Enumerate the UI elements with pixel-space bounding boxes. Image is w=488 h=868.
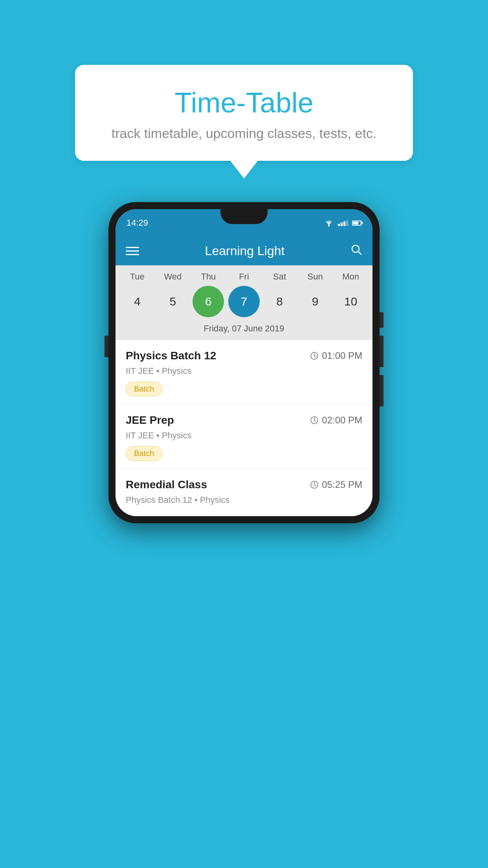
class-3-name: Remedial Class (126, 478, 207, 491)
status-bar: 14:29 (116, 209, 372, 237)
class-2-name: JEE Prep (126, 414, 174, 427)
day-6-today[interactable]: 6 (193, 286, 224, 317)
day-5[interactable]: 5 (157, 286, 189, 317)
svg-line-8 (314, 420, 316, 421)
selected-date-label: Friday, 07 June 2019 (119, 324, 369, 340)
status-time: 14:29 (127, 218, 148, 228)
class-2-badge: Batch (126, 446, 162, 461)
class-1-name: Physics Batch 12 (126, 349, 216, 362)
day-header-sat: Sat (264, 272, 295, 282)
day-header-fri: Fri (228, 272, 260, 282)
clock-icon-2 (310, 416, 319, 425)
day-header-tue: Tue (121, 272, 153, 282)
class-1-meta: IIT JEE • Physics (126, 366, 362, 376)
clock-icon-3 (310, 480, 319, 489)
power-button[interactable] (380, 312, 383, 328)
wifi-icon (324, 219, 334, 227)
class-item-1[interactable]: Physics Batch 12 01:00 PM IIT JEE • Phys… (116, 340, 372, 405)
speech-bubble-subtitle: track timetable, upcoming classes, tests… (99, 126, 389, 141)
class-1-time-text: 01:00 PM (322, 350, 362, 361)
svg-line-5 (314, 356, 316, 357)
svg-line-11 (314, 485, 316, 486)
class-item-2-header: JEE Prep 02:00 PM (126, 414, 362, 427)
signal-icon (338, 220, 348, 226)
class-2-meta: IIT JEE • Physics (126, 430, 362, 441)
class-item-3-header: Remedial Class 05:25 PM (126, 478, 362, 491)
class-1-badge: Batch (126, 382, 162, 396)
volume-button[interactable] (105, 336, 108, 357)
day-8[interactable]: 8 (264, 286, 295, 317)
volume-down-button[interactable] (380, 375, 383, 406)
day-headers: Tue Wed Thu Fri Sat Sun Mon (119, 272, 369, 282)
class-1-time: 01:00 PM (310, 350, 362, 361)
class-item-3[interactable]: Remedial Class 05:25 PM Physics Batch 12… (116, 469, 372, 516)
day-header-thu: Thu (193, 272, 224, 282)
svg-line-2 (358, 252, 361, 254)
class-3-time: 05:25 PM (310, 479, 362, 490)
phone-screen: 14:29 (116, 209, 372, 516)
day-numbers: 4 5 6 7 8 9 10 (119, 286, 369, 317)
day-7-selected[interactable]: 7 (228, 286, 260, 317)
clock-icon-1 (310, 351, 319, 360)
class-2-time-text: 02:00 PM (322, 415, 362, 426)
notch-cutout (220, 209, 268, 224)
day-header-sun: Sun (299, 272, 331, 282)
class-3-time-text: 05:25 PM (322, 479, 362, 490)
phone-wrapper: 14:29 (108, 202, 380, 523)
day-header-mon: Mon (335, 272, 367, 282)
speech-bubble-arrow (230, 161, 258, 178)
speech-bubble: Time-Table track timetable, upcoming cla… (75, 65, 413, 161)
speech-bubble-title: Time-Table (99, 86, 389, 119)
search-button[interactable] (350, 244, 362, 258)
speech-bubble-wrapper: Time-Table track timetable, upcoming cla… (75, 65, 413, 178)
day-4[interactable]: 4 (121, 286, 153, 317)
class-3-meta: Physics Batch 12 • Physics (126, 495, 362, 505)
class-2-time: 02:00 PM (310, 415, 362, 426)
class-item-2[interactable]: JEE Prep 02:00 PM IIT JEE • Physics Batc… (116, 405, 372, 469)
day-9[interactable]: 9 (299, 286, 331, 317)
day-header-wed: Wed (157, 272, 189, 282)
volume-up-button[interactable] (380, 336, 383, 367)
svg-point-0 (328, 225, 330, 227)
app-top-bar: Learning Light (116, 237, 372, 265)
battery-icon (352, 221, 361, 226)
calendar-strip: Tue Wed Thu Fri Sat Sun Mon 4 5 6 7 8 9 … (116, 265, 372, 340)
class-item-1-header: Physics Batch 12 01:00 PM (126, 349, 362, 362)
phone-frame: 14:29 (108, 202, 380, 523)
class-list: Physics Batch 12 01:00 PM IIT JEE • Phys… (116, 340, 372, 516)
day-10[interactable]: 10 (335, 286, 367, 317)
status-icons (324, 219, 361, 227)
menu-button[interactable] (126, 247, 139, 255)
app-title: Learning Light (205, 244, 285, 258)
